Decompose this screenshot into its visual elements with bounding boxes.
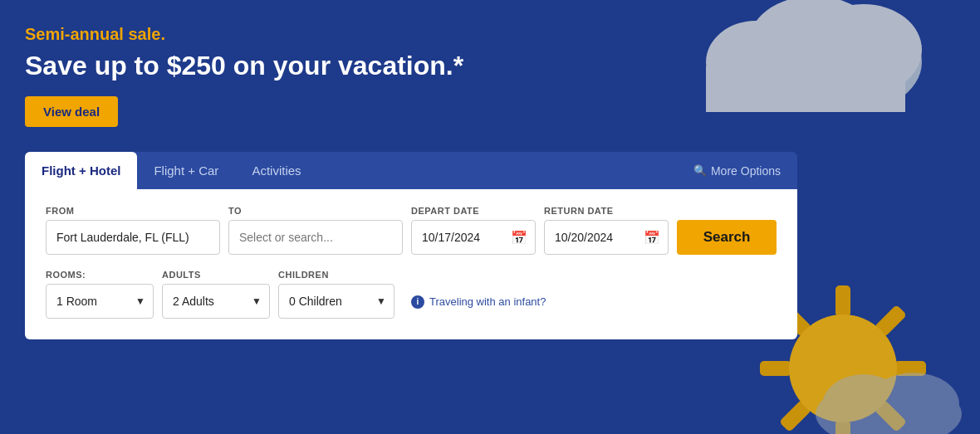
return-date-input[interactable]	[544, 220, 669, 255]
adults-field-group: ADULTS 1 Adult 2 Adults 3 Adults 4 Adult…	[162, 270, 270, 319]
to-input[interactable]	[228, 220, 403, 255]
rooms-field-group: ROOMS: 1 Room 2 Rooms 3 Rooms 4 Rooms ▼	[46, 270, 154, 319]
depart-date-label: DEPART DATE	[411, 206, 536, 216]
info-icon: i	[411, 295, 424, 309]
children-select-wrapper: 0 Children 1 Child 2 Children 3 Children…	[278, 284, 394, 319]
more-options-button[interactable]: 🔍 More Options	[677, 153, 797, 189]
depart-date-input[interactable]	[411, 220, 536, 255]
rooms-label: ROOMS:	[46, 270, 154, 280]
return-date-wrapper: 📅	[544, 220, 669, 255]
main-content: Semi-annual sale. Save up to $250 on you…	[0, 0, 980, 339]
tab-flight-car[interactable]: Flight + Car	[137, 152, 235, 189]
return-date-label: RETURN DATE	[544, 206, 669, 216]
adults-select[interactable]: 1 Adult 2 Adults 3 Adults 4 Adults	[162, 284, 270, 319]
children-select[interactable]: 0 Children 1 Child 2 Children 3 Children	[278, 284, 394, 319]
adults-select-wrapper: 1 Adult 2 Adults 3 Adults 4 Adults ▼	[162, 284, 270, 319]
infant-info-link[interactable]: i Traveling with an infant?	[411, 295, 546, 309]
view-deal-button[interactable]: View deal	[25, 96, 118, 127]
depart-date-wrapper: 📅	[411, 220, 536, 255]
form-row-1: FROM TO DEPART DATE 📅 RETURN DATE 📅	[46, 206, 777, 255]
tab-activities[interactable]: Activities	[235, 152, 317, 189]
children-label: CHILDREN	[278, 270, 394, 280]
search-icon: 🔍	[693, 164, 707, 177]
svg-point-17	[868, 373, 959, 434]
children-field-group: CHILDREN 0 Children 1 Child 2 Children 3…	[278, 270, 394, 319]
svg-rect-12	[760, 361, 791, 376]
search-form: FROM TO DEPART DATE 📅 RETURN DATE 📅	[25, 189, 797, 339]
tabs-container: Flight + Hotel Flight + Car Activities 🔍…	[25, 152, 797, 189]
search-button[interactable]: Search	[677, 220, 777, 255]
to-label: TO	[228, 206, 403, 216]
rooms-select-wrapper: 1 Room 2 Rooms 3 Rooms 4 Rooms ▼	[46, 284, 154, 319]
return-date-field-group: RETURN DATE 📅	[544, 206, 669, 255]
tab-flight-hotel[interactable]: Flight + Hotel	[25, 152, 137, 189]
headline: Save up to $250 on your vacation.*	[25, 51, 955, 81]
adults-label: ADULTS	[162, 270, 270, 280]
form-row-2: ROOMS: 1 Room 2 Rooms 3 Rooms 4 Rooms ▼ …	[46, 270, 777, 319]
rooms-select[interactable]: 1 Room 2 Rooms 3 Rooms 4 Rooms	[46, 284, 154, 319]
from-field-group: FROM	[46, 206, 220, 255]
cloud-bottom-right	[814, 373, 963, 434]
from-input[interactable]	[46, 220, 220, 255]
depart-date-field-group: DEPART DATE 📅	[411, 206, 536, 255]
to-field-group: TO	[228, 206, 403, 255]
sale-label: Semi-annual sale.	[25, 25, 955, 44]
infant-info-label: Traveling with an infant?	[429, 295, 546, 308]
from-label: FROM	[46, 206, 220, 216]
